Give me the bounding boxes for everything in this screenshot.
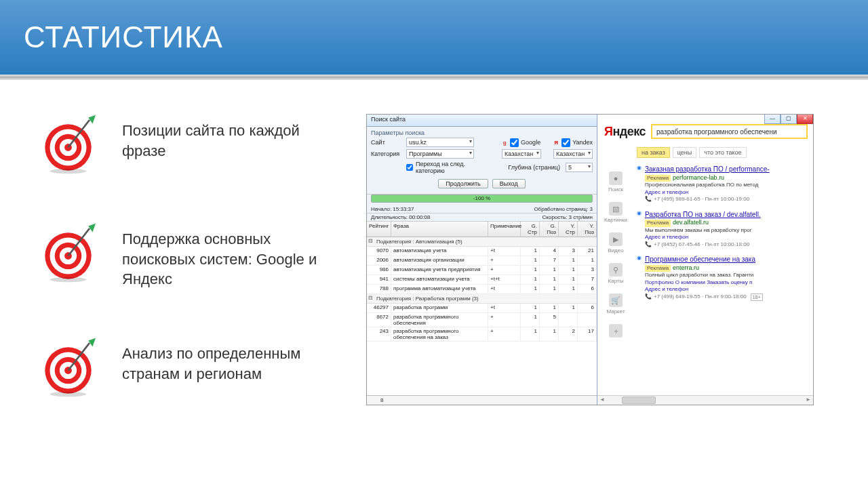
result-sitelinks[interactable]: Адрес и телефон [645, 234, 813, 241]
search-result: Программное обеспечение на закаРекламаen… [637, 255, 813, 301]
nav-icon: ▶ [609, 232, 623, 246]
nav-icon: ⚲ [609, 263, 623, 277]
suggestion-tags: на заказценычто это такое [637, 147, 813, 158]
nav-icon: ▧ [609, 202, 623, 216]
ad-badge: Реклама [645, 175, 671, 182]
yandex-icon: Я [553, 139, 559, 146]
status-duration: Длительность: 00:00:08 Скорость: 3 стр/м… [367, 214, 597, 222]
table-row[interactable]: 8672разработка программного обеспечения+… [367, 313, 597, 327]
next-category-checkbox[interactable] [406, 164, 413, 171]
svg-point-7 [50, 169, 87, 174]
table-row[interactable]: 46297разработка программ+t1116 [367, 304, 597, 313]
bullet-item: Поддержка основных поисковых систем: Goo… [41, 222, 339, 289]
svg-marker-14 [88, 224, 96, 232]
result-sitelinks[interactable]: Портфолио О компании Заказать оценку п [645, 279, 813, 286]
search-params-panel: Параметры поиска Сайт usu.kz g Google Я … [367, 127, 597, 195]
target-icon [41, 222, 102, 283]
ad-badge: Реклама [645, 220, 671, 226]
serp-nav: ●Поиск▧Картинки▶Видео⚲Карты🛒Маркет＋ [597, 144, 634, 395]
serp-results: на заказценычто это такое Заказная разра… [634, 144, 813, 395]
grid-header: Рейтинг Фраза Примечание G. Стр G. Поз Y… [367, 222, 597, 237]
table-row[interactable]: 986автоматизация учета предприятия+1113 [367, 266, 597, 275]
result-domain: performance-lab.ru [673, 174, 724, 181]
suggestion-tag[interactable]: цены [673, 147, 697, 158]
app-left-pane: Поиск сайта Параметры поиска Сайт usu.kz… [367, 115, 597, 405]
bullet-column: Позиции сайта по каждой фразе Поддержка … [41, 114, 339, 445]
result-snippet: Мы выполняем заказы на разработку прог [645, 227, 813, 234]
svg-point-15 [50, 277, 87, 282]
window-titlebar: Поиск сайта [367, 115, 597, 127]
grid-group-header[interactable]: Подкатегория : Разработка программ (3) [367, 294, 597, 304]
nav-icon: 🛒 [609, 293, 623, 307]
window-controls: — ▢ ✕ [764, 115, 813, 124]
yandex-region-select[interactable]: Казахстан [553, 149, 593, 159]
bullet-item: Позиции сайта по каждой фразе [41, 114, 339, 175]
result-snippet: Профессиональная разработка ПО по метод [645, 182, 813, 188]
divider [0, 75, 868, 80]
serp-nav-item[interactable]: 🛒Маркет [606, 293, 625, 314]
result-title-link[interactable]: Программное обеспечение на зака [645, 256, 755, 263]
google-icon: g [501, 139, 508, 146]
site-label: Сайт [371, 139, 403, 146]
horizontal-scrollbar[interactable] [597, 395, 813, 405]
yandex-engine: Я Yandex [553, 138, 593, 147]
continue-button[interactable]: Продолжить [438, 179, 488, 188]
result-domain: dev.alfatell.ru [673, 219, 709, 226]
table-row[interactable]: 788программа автоматизации учета+t1116 [367, 285, 597, 294]
serp-pane: — ▢ ✕ Яндекс разработка программного обе… [597, 115, 813, 405]
result-title-link[interactable]: Заказная разработка ПО / performance- [645, 165, 770, 173]
bullet-item: Анализ по определенным странам и региона… [41, 337, 339, 398]
scrollbar-thumb[interactable] [622, 396, 656, 404]
result-phone: +7 (495) 989-61-65 · Пн-пт 10:00-19:00 [645, 196, 813, 203]
grid-footer: 8 [367, 395, 597, 405]
google-checkbox[interactable] [510, 138, 519, 147]
serp-nav-item[interactable]: ⚲Карты [608, 263, 624, 284]
age-badge: 18+ [751, 293, 763, 301]
serp-nav-item[interactable]: ▧Картинки [604, 202, 627, 223]
maximize-button[interactable]: ▢ [781, 115, 797, 124]
serp-nav-item[interactable]: ▶Видео [608, 232, 623, 253]
nav-icon: ＋ [609, 324, 623, 338]
status-start: Начало: 15:33:37 Обработано страниц: 3 [367, 205, 597, 214]
yandex-checkbox[interactable] [561, 138, 570, 147]
search-input[interactable]: разработка программного обеспечени [651, 124, 808, 139]
table-row[interactable]: 2006автоматизация организации+1711 [367, 256, 597, 266]
serp-nav-item[interactable]: ＋ [609, 324, 623, 339]
result-title-link[interactable]: Разработка ПО на заказ / dev.alfatell. [645, 211, 761, 218]
bullet-text: Поддержка основных поисковых систем: Goo… [122, 222, 339, 289]
google-engine: g Google [501, 138, 540, 147]
app-screenshot: Поиск сайта Параметры поиска Сайт usu.kz… [366, 114, 814, 405]
serp-nav-item[interactable]: ●Поиск [608, 171, 623, 192]
results-grid: Рейтинг Фраза Примечание G. Стр G. Поз Y… [367, 222, 597, 395]
exit-button[interactable]: Выход [492, 179, 526, 188]
target-icon [41, 114, 102, 175]
result-sitelinks[interactable]: Адрес и телефон [645, 189, 813, 196]
table-row[interactable]: 941системы автоматизации учета+t+t1117 [367, 275, 597, 285]
result-snippet: Полный цикл разработки на заказ. Гаранти [645, 272, 813, 279]
target-icon [41, 337, 102, 398]
result-domain: enterra.ru [673, 264, 699, 271]
bullet-text: Позиции сайта по каждой фразе [122, 114, 339, 161]
slide-title: СТАТИСТИКА [24, 20, 223, 54]
slide-header: СТАТИСТИКА [0, 0, 868, 75]
result-phone: +7 (8452) 67-45-46 · Пн-пт 10:00-18:00 [645, 241, 813, 248]
grid-group-header[interactable]: Подкатегория : Автоматизация (5) [367, 237, 597, 247]
svg-marker-6 [88, 115, 96, 124]
category-select[interactable]: Программы [406, 149, 474, 159]
google-region-select[interactable]: Казахстан [502, 149, 541, 159]
close-button[interactable]: ✕ [797, 115, 813, 124]
suggestion-tag[interactable]: на заказ [637, 147, 670, 158]
suggestion-tag[interactable]: что это такое [699, 147, 746, 158]
depth-select[interactable]: 5 [566, 163, 593, 172]
table-row[interactable]: 9070автоматизация учета+t14321 [367, 247, 597, 256]
minimize-button[interactable]: — [764, 115, 781, 124]
svg-point-23 [50, 392, 87, 396]
search-result: Заказная разработка ПО / performance-Рек… [637, 165, 813, 203]
yandex-logo: Яндекс [604, 125, 646, 139]
category-label: Категория [371, 150, 403, 157]
site-input[interactable]: usu.kz [406, 138, 474, 147]
table-row[interactable]: 243разработка программного обеспечения н… [367, 327, 597, 342]
bullet-text: Анализ по определенным странам и региона… [122, 337, 339, 384]
result-sitelinks[interactable]: Адрес и телефон [645, 286, 813, 293]
nav-icon: ● [609, 171, 623, 185]
